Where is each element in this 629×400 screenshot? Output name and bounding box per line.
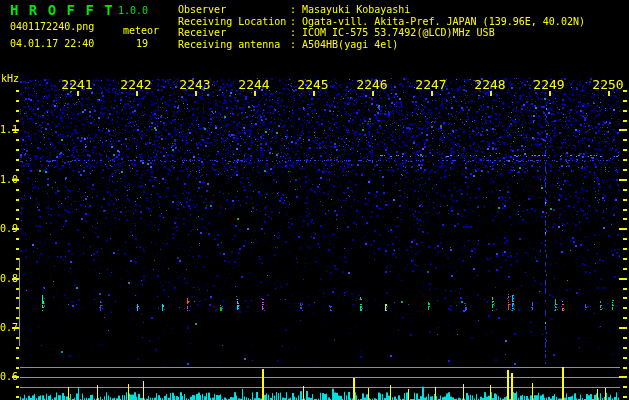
time-tick-label: 2243 — [175, 78, 215, 91]
info-row-receiving-location: Receiving Location:Ogata-vill. Akita-Pre… — [178, 16, 585, 28]
info-value: Ogata-vill. Akita-Pref. JAPAN (139.96E, … — [302, 16, 585, 28]
station-info-table: Observer:Masayuki Kobayashi Receiving Lo… — [178, 4, 585, 50]
app-title: H R O F F T — [10, 2, 114, 18]
time-tick-label: 2249 — [529, 78, 569, 91]
time-tick-label: 2248 — [470, 78, 510, 91]
time-tick-label: 2246 — [352, 78, 392, 91]
freq-tick-label: 0.9 — [0, 223, 16, 234]
time-tick-label: 2244 — [234, 78, 274, 91]
info-separator: : — [290, 4, 302, 16]
freq-tick-label: 1.0 — [0, 174, 16, 185]
info-label: Observer — [178, 4, 290, 16]
info-value: A504HB(yagi 4el) — [302, 39, 398, 51]
time-tick-label: 2250 — [588, 78, 628, 91]
freq-tick-label: 0.7 — [0, 322, 16, 333]
y-axis-unit-label: kHz — [1, 73, 19, 84]
hrofft-output-image: H R O F F T 1.0.0 0401172240.png meteor … — [0, 0, 629, 400]
info-value: ICOM IC-575 53.7492(@LCD)MHz USB — [302, 27, 495, 39]
time-tick-label: 2241 — [57, 78, 97, 91]
spectrogram-canvas — [0, 0, 629, 400]
time-tick-label: 2247 — [411, 78, 451, 91]
output-filename: 0401172240.png — [10, 21, 94, 32]
info-label: Receiving Location — [178, 16, 290, 28]
echo-count: 19 — [136, 38, 148, 49]
freq-tick-label: 1.1 — [0, 124, 16, 135]
time-tick-label: 2242 — [116, 78, 156, 91]
time-tick-label: 2245 — [293, 78, 333, 91]
info-row-observer: Observer:Masayuki Kobayashi — [178, 4, 585, 16]
observation-mode: meteor — [123, 25, 159, 36]
info-separator: : — [290, 39, 302, 51]
observation-datetime: 04.01.17 22:40 — [10, 38, 94, 49]
info-row-receiver: Receiver:ICOM IC-575 53.7492(@LCD)MHz US… — [178, 27, 585, 39]
info-label: Receiving antenna — [178, 39, 290, 51]
info-value: Masayuki Kobayashi — [302, 4, 410, 16]
app-version: 1.0.0 — [118, 5, 148, 16]
freq-tick-label: 0.8 — [0, 273, 16, 284]
freq-tick-label: 0.6 — [0, 371, 16, 382]
info-separator: : — [290, 27, 302, 39]
info-label: Receiver — [178, 27, 290, 39]
info-row-receiving-antenna: Receiving antenna:A504HB(yagi 4el) — [178, 39, 585, 51]
info-separator: : — [290, 16, 302, 28]
